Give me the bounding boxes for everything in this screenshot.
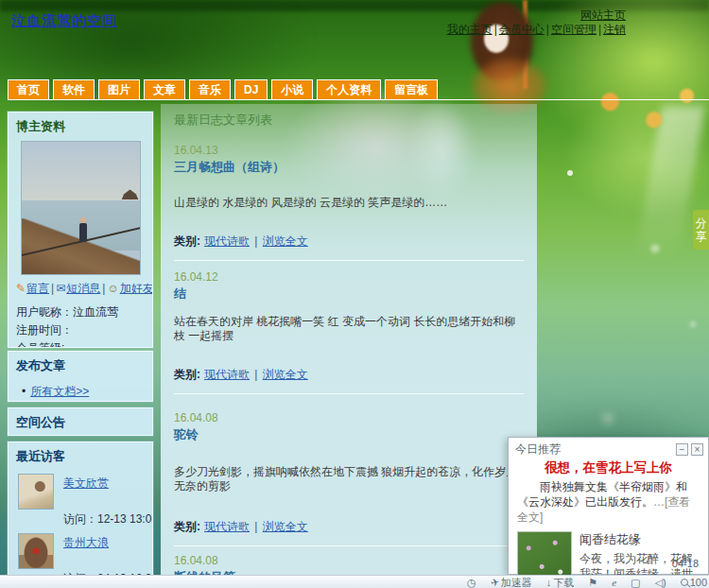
magnifier-icon — [681, 579, 688, 586]
post: 16.04.08 驼铃 多少刀光剑影，摇旗呐喊依然在地下震撼 狼烟升起的苍凉，化… — [174, 411, 524, 546]
tab-home[interactable]: 首页 — [8, 79, 49, 100]
notice-box: 空间公告 — [8, 407, 153, 436]
tab-software[interactable]: 软件 — [53, 79, 95, 100]
visitors-box: 最近访客 美文欣赏 访问：12-13 13:07 贵州大浪 访问：04-13 1… — [8, 441, 153, 588]
blog-list-panel: 最新日志文章列表 16.04.13 三月畅想曲（组诗） 山是绿的 水是绿的 风是… — [161, 104, 537, 588]
download-label: 下载 — [553, 577, 574, 588]
zoom-control[interactable]: 100 — [681, 577, 707, 588]
speaker-icon: ◁) — [655, 577, 666, 588]
profile-fields: 用户昵称：泣血流莺 注册时间： 会员等级: 空间访问：890 次 — [16, 303, 145, 348]
zoom-level: 100 — [690, 577, 707, 588]
status-clock[interactable]: ◷ — [467, 577, 476, 588]
separator: | — [254, 520, 257, 533]
link-site-home[interactable]: 网站主页 — [580, 9, 626, 22]
separator: | — [598, 23, 601, 36]
close-icon[interactable]: × — [691, 443, 703, 456]
publish-box: 发布文章 •所有文档>> — [8, 351, 153, 402]
recommendation-popup: 今日推荐 − × 很想，在雪花上写上你 雨袂独舞文集《半帘烟雨》和《云水深处》已… — [508, 437, 709, 575]
separator: | — [254, 234, 257, 248]
profile-photo — [21, 141, 141, 275]
tab-music[interactable]: 音乐 — [189, 79, 231, 100]
header-links: 网站主页 我的主页|会员中心|空间管理|注销 — [447, 9, 626, 37]
link-logout[interactable]: 注销 — [603, 23, 626, 36]
blog-title[interactable]: 泣血流莺的空间 — [11, 12, 117, 30]
pencil-icon: ✎ — [16, 282, 26, 295]
page: 泣血流莺的空间 网站主页 我的主页|会员中心|空间管理|注销 首页软件图片文章音… — [0, 0, 709, 588]
item-title-link[interactable]: 闻香结花缘 — [579, 531, 700, 548]
post-title-link[interactable]: 驼铃 — [174, 426, 524, 442]
category-link[interactable]: 现代诗歌 — [204, 368, 250, 381]
link-my-home[interactable]: 我的主页 — [447, 23, 493, 36]
popup-headline-link[interactable]: 很想，在雪花上写上你 — [509, 459, 708, 476]
separator: | — [102, 282, 105, 295]
divider — [174, 393, 524, 394]
post-date: 16.04.08 — [174, 411, 524, 424]
post-title-link[interactable]: 结 — [174, 285, 524, 302]
profile-title: 博主资料 — [16, 118, 145, 135]
post-date: 16.04.08 — [174, 554, 524, 567]
post: 16.04.12 结 站在春天的对岸 桃花抿嘴一笑 红 变成一个动词 长长的思绪… — [174, 270, 524, 394]
accelerator-label: 加速器 — [501, 577, 532, 588]
bullet: • — [22, 385, 26, 398]
accelerator-button[interactable]: ✈加速器 — [491, 577, 532, 588]
post-excerpt: 山是绿的 水是绿的 风是绿的 云是绿的 笑声是绿的…… — [174, 196, 524, 210]
ie-icon: e — [612, 577, 616, 588]
compat-mode-button[interactable]: e — [612, 577, 616, 588]
visitor-avatar[interactable] — [18, 533, 54, 569]
link-member-center[interactable]: 会员中心 — [499, 23, 545, 36]
share-tab[interactable]: 分享 — [693, 210, 709, 250]
leave-message-link[interactable]: 留言 — [26, 282, 49, 295]
visitors-title: 最近访客 — [16, 448, 145, 465]
volume-button[interactable]: ◁) — [655, 577, 666, 588]
post-title-link[interactable]: 三月畅想曲（组诗） — [174, 159, 524, 175]
tab-novels[interactable]: 小说 — [271, 79, 313, 100]
category-link[interactable]: 现代诗歌 — [204, 520, 250, 533]
tab-guestbook[interactable]: 留言板 — [385, 79, 438, 100]
all-docs-link[interactable]: 所有文档>> — [30, 385, 89, 398]
photo-person — [79, 223, 87, 242]
category-link[interactable]: 现代诗歌 — [204, 234, 250, 248]
visitor-visit-time: 访问：12-13 13:07 — [63, 511, 153, 527]
download-button[interactable]: ↓下载 — [546, 577, 575, 588]
post-date: 16.04.13 — [174, 144, 524, 157]
tab-profile[interactable]: 个人资料 — [317, 79, 381, 100]
list-title: 最新日志文章列表 — [174, 112, 524, 129]
profile-actions: ✎留言|✉短消息|☺加好友| — [16, 281, 145, 297]
read-full-link[interactable]: 浏览全文 — [263, 234, 308, 248]
separator: | — [254, 368, 257, 381]
post-excerpt: 多少刀光剑影，摇旗呐喊依然在地下震撼 狼烟升起的苍凉，化作岁月无奈的剪影 — [174, 465, 524, 493]
category-label: 类别: — [174, 234, 200, 248]
short-message-link[interactable]: 短消息 — [66, 282, 100, 295]
person-icon: ☺ — [107, 282, 118, 295]
publish-title: 发布文章 — [16, 357, 145, 374]
flag-button[interactable]: ⚑ — [588, 577, 597, 588]
register-time-field: 注册时间： — [16, 321, 145, 339]
tab-dj[interactable]: DJ — [234, 79, 268, 100]
clock-icon: ◷ — [467, 577, 476, 588]
visitor-name-link[interactable]: 贵州大浪 — [63, 535, 109, 551]
divider — [174, 545, 524, 546]
read-full-link[interactable]: 浏览全文 — [263, 520, 308, 533]
sparkles — [567, 170, 573, 176]
tab-articles[interactable]: 文章 — [144, 79, 185, 100]
minimize-icon[interactable]: − — [676, 443, 688, 456]
link-space-manage[interactable]: 空间管理 — [551, 23, 597, 36]
rocket-icon: ✈ — [489, 576, 500, 588]
add-friend-link[interactable]: 加好友 — [120, 282, 153, 295]
visitor-row: 美文欣赏 访问：12-13 13:07 — [16, 474, 145, 525]
window-icon: ▢ — [631, 577, 640, 588]
main-nav: 首页软件图片文章音乐DJ小说个人资料留言板 — [8, 79, 709, 100]
separator: | — [546, 23, 549, 36]
notice-title: 空间公告 — [16, 414, 145, 431]
photo-sky — [22, 142, 140, 200]
message-icon: ✉ — [56, 282, 65, 295]
read-full-link[interactable]: 浏览全文 — [263, 368, 308, 381]
divider — [174, 260, 524, 261]
popup-lead: 雨袂独舞文集《半帘烟雨》和《云水深处》已出版发行。…[查看全文] — [517, 479, 700, 525]
category-label: 类别: — [174, 368, 200, 381]
tab-pictures[interactable]: 图片 — [98, 79, 140, 100]
download-icon: ↓ — [546, 577, 552, 588]
visitor-name-link[interactable]: 美文欣赏 — [63, 476, 109, 492]
visitor-avatar[interactable] — [18, 474, 54, 510]
window-mode-button[interactable]: ▢ — [631, 577, 640, 588]
